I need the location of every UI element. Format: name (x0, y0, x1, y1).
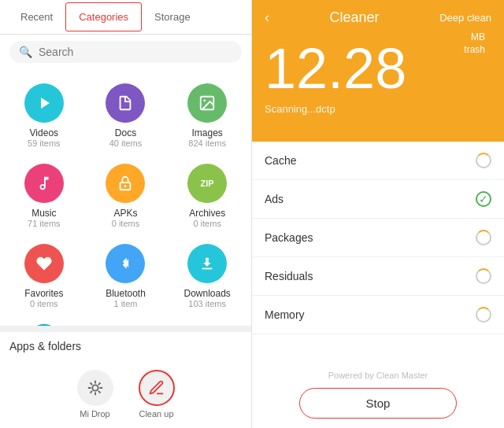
cleaner-header: ‹ Cleaner Deep clean 12.28 MB trash Scan… (252, 0, 504, 142)
residuals-radio (476, 268, 491, 284)
videos-count: 59 items (28, 138, 61, 148)
tab-storage[interactable]: Storage (142, 3, 203, 31)
cache-radio (476, 153, 491, 168)
midrop-button[interactable]: Mi Drop (77, 370, 113, 419)
favorites-count: 0 items (30, 299, 57, 308)
cache-label: Cache (265, 154, 296, 167)
right-panel: ‹ Cleaner Deep clean 12.28 MB trash Scan… (252, 0, 504, 428)
search-icon: 🔍 (19, 46, 32, 58)
search-bar: 🔍 (9, 41, 242, 63)
archives-icon: ZIP (187, 164, 227, 203)
cleaner-unit: MB trash (464, 31, 485, 56)
grid-item-apks[interactable]: APKs 0 items (85, 156, 167, 236)
tabs-bar: Recent Categories Storage (0, 0, 251, 35)
stop-button[interactable]: Stop (299, 388, 457, 419)
back-button[interactable]: ‹ (265, 9, 269, 26)
docs-count: 40 items (109, 138, 143, 148)
apks-count: 0 items (112, 219, 139, 228)
bluetooth-count: 1 item (114, 299, 138, 308)
music-label: Music (32, 208, 56, 219)
svg-marker-0 (41, 98, 50, 109)
docs-label: Docs (115, 127, 136, 138)
ads-label: Ads (265, 193, 284, 205)
images-icon (187, 83, 227, 123)
music-count: 71 items (28, 219, 61, 228)
midrop-icon (77, 370, 113, 406)
midrop-label: Mi Drop (80, 409, 110, 419)
apks-icon (106, 164, 145, 203)
memory-radio (476, 307, 491, 323)
tab-categories[interactable]: Categories (65, 2, 142, 31)
residuals-label: Residuals (265, 270, 313, 282)
grid-item-docs[interactable]: Docs 40 items (85, 76, 167, 156)
archives-count: 0 items (193, 219, 220, 228)
grid-item-favorites[interactable]: Favorites 0 items (3, 236, 85, 316)
bottom-actions: Mi Drop Clean up (0, 363, 251, 428)
grid-item-ftp[interactable]: FTP (3, 316, 85, 326)
music-icon (24, 164, 64, 203)
archives-label: Archives (189, 208, 225, 219)
images-count: 824 items (188, 138, 226, 148)
cleaner-item-packages[interactable]: Packages (252, 219, 504, 257)
search-input[interactable] (39, 46, 232, 58)
favorites-label: Favorites (24, 288, 63, 299)
images-label: Images (191, 127, 222, 138)
apps-section: Apps & folders (0, 332, 251, 363)
packages-radio (476, 230, 491, 245)
powered-by: Powered by Clean Master (252, 366, 504, 383)
cleanup-icon (139, 370, 175, 406)
svg-point-2 (204, 99, 206, 101)
cleaner-list: Cache Ads ✓ Packages Residuals Memory (252, 142, 504, 366)
cleanup-label: Clean up (139, 409, 173, 419)
downloads-icon (187, 244, 227, 283)
deep-clean-button[interactable]: Deep clean (439, 12, 491, 24)
favorites-icon (24, 244, 64, 283)
left-panel: Recent Categories Storage 🔍 Videos 59 it… (0, 0, 252, 428)
bluetooth-label: Bluetooth (106, 288, 146, 299)
grid-item-downloads[interactable]: Downloads 103 items (166, 236, 248, 316)
videos-label: Videos (30, 127, 58, 138)
grid-item-music[interactable]: Music 71 items (3, 156, 85, 236)
docs-icon (106, 83, 145, 123)
cleaner-item-ads[interactable]: Ads ✓ (252, 180, 504, 219)
stop-btn-container: Stop (252, 383, 504, 428)
grid-item-bluetooth[interactable]: Bluetooth 1 item (85, 236, 167, 316)
cleaner-item-memory[interactable]: Memory (252, 296, 504, 334)
grid-item-videos[interactable]: Videos 59 items (3, 76, 85, 156)
downloads-count: 103 items (188, 299, 226, 308)
cleaner-item-cache[interactable]: Cache (252, 142, 504, 180)
svg-point-5 (92, 385, 98, 390)
cleaner-scanning: Scanning...dctp (265, 103, 491, 115)
categories-grid: Videos 59 items Docs 40 items Images 824… (0, 69, 251, 326)
packages-label: Packages (265, 231, 313, 244)
memory-label: Memory (265, 308, 305, 321)
section-divider (0, 326, 251, 332)
cleaner-number: 12.28 (265, 40, 491, 97)
downloads-label: Downloads (183, 288, 230, 299)
ads-radio: ✓ (476, 191, 491, 207)
grid-item-images[interactable]: Images 824 items (166, 76, 248, 156)
grid-item-archives[interactable]: ZIP Archives 0 items (166, 156, 248, 236)
apps-section-title: Apps & folders (9, 340, 242, 352)
cleaner-title: Cleaner (330, 9, 380, 26)
cleaner-item-residuals[interactable]: Residuals (252, 257, 504, 296)
tab-recent[interactable]: Recent (8, 3, 65, 31)
cleaner-nav: ‹ Cleaner Deep clean (265, 9, 491, 26)
videos-icon (24, 83, 64, 123)
cleanup-button[interactable]: Clean up (139, 370, 175, 419)
apks-label: APKs (113, 208, 137, 219)
bluetooth-icon (106, 244, 145, 283)
svg-point-4 (124, 185, 127, 187)
